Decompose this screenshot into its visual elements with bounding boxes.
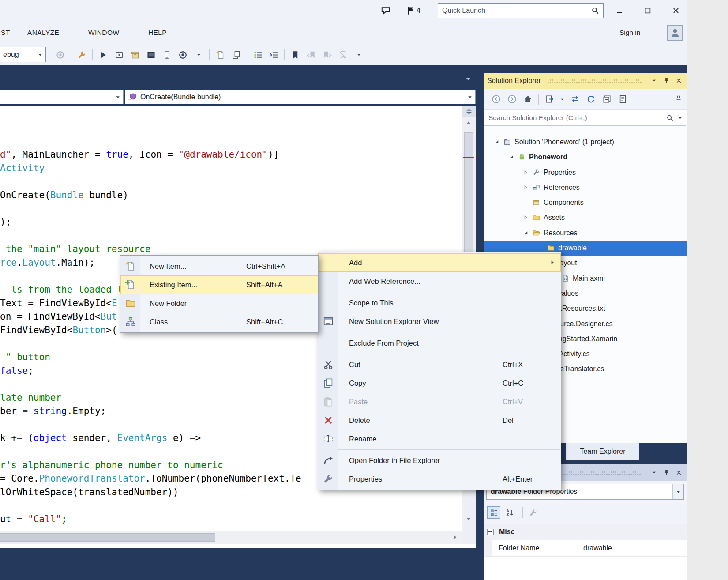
solution-search-input[interactable] xyxy=(484,110,666,126)
target-button[interactable] xyxy=(176,48,190,62)
close-button[interactable] xyxy=(667,4,685,17)
close-panel-button[interactable] xyxy=(672,467,685,478)
menu-analyze[interactable]: ANALYZE xyxy=(27,21,59,44)
pin-button[interactable] xyxy=(660,467,672,478)
property-pages-button[interactable] xyxy=(526,506,540,519)
collapse-arrow-icon[interactable] xyxy=(493,139,500,145)
document-well-dropdown-icon[interactable] xyxy=(464,75,472,83)
avatar-button[interactable] xyxy=(667,25,683,41)
tree-item-solution-phoneword-1-project[interactable]: Solution 'Phoneword' (1 project) xyxy=(484,135,687,150)
scope-button[interactable] xyxy=(543,93,556,106)
maximize-button[interactable] xyxy=(639,4,657,17)
quick-launch-input[interactable] xyxy=(438,4,591,18)
tree-item-phoneword[interactable]: Phoneword xyxy=(484,150,687,165)
list-arrow-button[interactable] xyxy=(266,48,281,62)
archive-button[interactable] xyxy=(128,48,142,62)
feedback-button[interactable] xyxy=(379,4,393,17)
collapse-category-icon[interactable] xyxy=(487,529,494,535)
sync-button[interactable] xyxy=(568,93,582,106)
menu-item-new-solution-explorer-view[interactable]: New Solution Explorer View xyxy=(318,312,561,331)
refresh-button[interactable] xyxy=(584,93,597,106)
editor-splitter-handle[interactable] xyxy=(462,106,476,117)
tree-item-references[interactable]: References xyxy=(484,180,687,195)
new-item-button[interactable] xyxy=(213,48,227,62)
menu-item-class[interactable]: Class...Shift+Alt+C xyxy=(120,313,318,331)
caret-position-marker xyxy=(463,157,474,158)
forward-button[interactable] xyxy=(505,93,518,106)
minimize-button[interactable] xyxy=(611,4,628,17)
caret-down-button[interactable] xyxy=(559,93,566,106)
home-icon xyxy=(523,94,533,104)
menu-item-new-item[interactable]: New Item...Ctrl+Shift+A xyxy=(120,257,318,275)
menu-item-add-web-reference[interactable]: Add Web Reference... xyxy=(318,272,561,290)
horizontal-scroll-thumb[interactable] xyxy=(0,533,215,542)
window-position-button[interactable] xyxy=(648,75,660,86)
copy-pages-button[interactable] xyxy=(229,48,243,62)
bookmark-next-button[interactable] xyxy=(320,48,334,62)
types-dropdown[interactable] xyxy=(0,90,124,104)
collapse-arrow-icon[interactable] xyxy=(508,154,514,160)
code-line xyxy=(0,377,301,391)
expand-arrow-icon[interactable] xyxy=(522,169,529,176)
menu-item-open-folder-in-file-explorer[interactable]: Open Folder in File Explorer xyxy=(318,451,561,470)
deploy-button[interactable] xyxy=(112,48,126,62)
tree-item-properties[interactable]: Properties xyxy=(484,165,687,180)
chevron-down-icon[interactable] xyxy=(677,115,683,121)
menu-item-copy[interactable]: CopyCtrl+C xyxy=(318,374,561,392)
toolbar-overflow-button[interactable] xyxy=(673,93,684,104)
solution-explorer-caption: Solution Explorer xyxy=(484,73,687,89)
tree-item-components[interactable]: Components xyxy=(484,195,687,210)
scroll-right-icon[interactable] xyxy=(451,534,459,541)
menu-item-exclude-from-project[interactable]: Exclude From Project xyxy=(318,334,561,352)
properties-category-row[interactable]: Misc xyxy=(484,524,687,540)
tree-item-resources[interactable]: Resources xyxy=(484,226,687,241)
back-button[interactable] xyxy=(489,93,503,106)
build-button[interactable] xyxy=(75,48,89,62)
solution-configuration-combo[interactable]: ebug xyxy=(0,47,46,62)
menu-item-new-folder[interactable]: New Folder xyxy=(120,294,318,313)
bookmark-button[interactable] xyxy=(288,48,302,62)
team-explorer-tab[interactable]: Team Explorer xyxy=(566,443,639,460)
menu-item-delete[interactable]: DeleteDel xyxy=(318,411,561,429)
menu-item-cut[interactable]: CutCtrl+X xyxy=(318,355,561,374)
expand-arrow-icon[interactable] xyxy=(522,214,529,221)
window-position-button[interactable] xyxy=(648,467,660,478)
caret-down-button[interactable] xyxy=(191,48,206,62)
notifications-button[interactable]: 4 xyxy=(405,4,428,17)
editor-horizontal-scrollbar[interactable] xyxy=(0,531,462,544)
bookmark-clear-button[interactable] xyxy=(336,48,350,62)
search-icon xyxy=(591,7,599,15)
menu-window[interactable]: WINDOW xyxy=(88,21,119,44)
collapse-arrow-icon[interactable] xyxy=(522,230,529,236)
pin-button[interactable] xyxy=(660,75,672,86)
menu-item-rename[interactable]: Rename xyxy=(318,429,561,448)
attach-button[interactable] xyxy=(53,48,67,62)
start-button[interactable] xyxy=(96,48,110,62)
scroll-down-icon[interactable] xyxy=(465,516,473,523)
properties-page-button[interactable] xyxy=(616,93,629,106)
menu-item-add[interactable]: Add xyxy=(318,253,561,272)
property-value[interactable]: drawable xyxy=(583,540,612,556)
collapse-all-button[interactable] xyxy=(600,93,613,106)
sign-in-link[interactable]: Sign in xyxy=(619,21,640,44)
close-panel-button[interactable] xyxy=(672,75,685,86)
menu-item-paste[interactable]: PasteCtrl+V xyxy=(318,392,561,411)
bookmark-prev-button[interactable] xyxy=(304,48,318,62)
menu-item-existing-item[interactable]: Existing Item...Shift+Alt+A xyxy=(120,275,318,294)
expand-arrow-icon[interactable] xyxy=(522,184,529,191)
caret-down-button[interactable] xyxy=(352,48,366,62)
scroll-up-icon[interactable] xyxy=(465,119,473,126)
tree-item-assets[interactable]: Assets xyxy=(484,210,687,225)
device-button[interactable] xyxy=(160,48,174,62)
combo-dropdown-button[interactable] xyxy=(672,484,683,499)
menu-st[interactable]: ST xyxy=(1,21,10,44)
screen-button[interactable] xyxy=(144,48,158,62)
list-button[interactable] xyxy=(251,48,265,62)
members-dropdown[interactable]: OnCreate(Bundle bundle) xyxy=(125,90,476,104)
menu-item-properties[interactable]: PropertiesAlt+Enter xyxy=(318,470,561,488)
menu-item-scope-to-this[interactable]: Scope to This xyxy=(318,294,561,312)
categorized-view-button[interactable] xyxy=(487,506,500,519)
alphabetical-sort-button[interactable] xyxy=(503,506,516,519)
home-button[interactable] xyxy=(521,93,534,106)
menu-help[interactable]: HELP xyxy=(148,21,167,44)
